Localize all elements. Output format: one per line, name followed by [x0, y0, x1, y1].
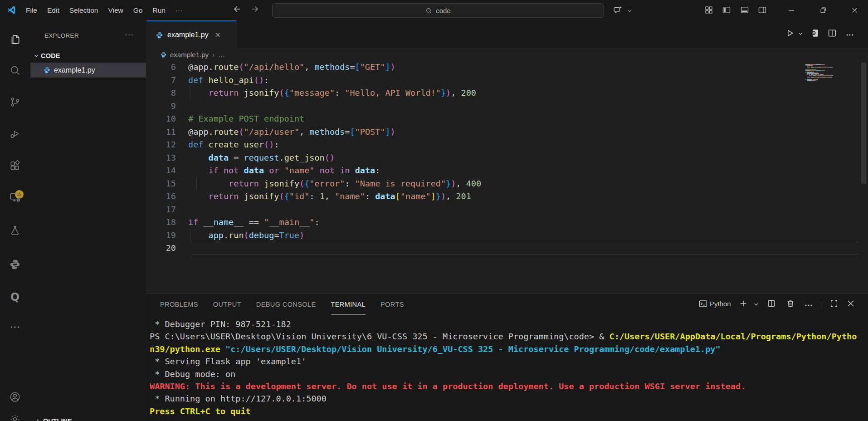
- menu-edit[interactable]: Edit: [42, 5, 64, 16]
- breadcrumb-symbol-ellipsis[interactable]: …: [218, 51, 225, 59]
- close-panel-icon[interactable]: [846, 299, 855, 308]
- code-text: if __name__ == "__main__":: [188, 216, 320, 229]
- code-line-9[interactable]: 9: [146, 100, 868, 113]
- code-line-11[interactable]: 11@app.route("/api/user", methods=["POST…: [146, 126, 868, 139]
- panel-tab-output[interactable]: OUTPUT: [213, 294, 241, 315]
- search-query: code: [436, 7, 451, 15]
- maximize-panel-icon[interactable]: [829, 299, 839, 308]
- explorer-icon[interactable]: [9, 34, 21, 45]
- menu-file[interactable]: File: [21, 5, 42, 16]
- code-line-16[interactable]: 16 return jsonify({"id": 1, "name": data…: [146, 190, 868, 203]
- new-terminal-icon[interactable]: [739, 299, 748, 308]
- explorer-sidebar: EXPLORER ··· CODE example1.py OUTLINE: [30, 20, 146, 421]
- code-line-12[interactable]: 12def create_user():: [146, 138, 868, 152]
- split-editor-icon[interactable]: [827, 28, 837, 38]
- menu-run[interactable]: Run: [147, 5, 170, 16]
- menu-view[interactable]: View: [103, 5, 128, 16]
- code-line-14[interactable]: 14 if not data or "name" not in data:: [146, 164, 868, 177]
- run-file-icon[interactable]: [785, 28, 795, 38]
- python-extension-icon[interactable]: [9, 259, 21, 270]
- chevron-down-icon[interactable]: [627, 8, 633, 14]
- code-line-8[interactable]: 8 return jsonify({"message": "Hello, API…: [146, 87, 868, 100]
- testing-icon[interactable]: [9, 225, 21, 236]
- line-number: 20: [146, 242, 188, 255]
- outline-section[interactable]: OUTLINE: [30, 414, 146, 421]
- tab-label: example1.py: [167, 31, 209, 39]
- extensions-icon[interactable]: [9, 160, 21, 171]
- account-icon[interactable]: [9, 391, 21, 403]
- minimize-button[interactable]: [781, 0, 802, 20]
- terminal-shell-label[interactable]: Python: [710, 300, 731, 308]
- file-item-example1-py[interactable]: example1.py: [30, 63, 146, 78]
- chevron-down-icon: [33, 53, 39, 59]
- vertical-scrollbar[interactable]: [861, 63, 866, 184]
- code-line-15[interactable]: 15 return jsonify({"error": "Name is req…: [146, 177, 868, 191]
- customize-layout-icon[interactable]: [704, 5, 713, 15]
- explorer-more-actions-icon[interactable]: ···: [125, 30, 134, 39]
- restore-button[interactable]: [813, 0, 834, 20]
- code-line-20[interactable]: 20: [146, 242, 868, 255]
- code-text: def create_user():: [188, 138, 279, 152]
- terminal-line-3: n39/python.exe "c:/Users/USER/Desktop/Vi…: [146, 343, 868, 355]
- line-number: 7: [146, 74, 188, 87]
- file-name: example1.py: [54, 66, 95, 74]
- code-line-6[interactable]: 6@app.route("/api/hello", methods=["GET"…: [146, 61, 868, 74]
- breadcrumb[interactable]: example1.py › …: [146, 48, 868, 61]
- minimap-line: [805, 82, 860, 83]
- code-text: data = request.get_json(): [188, 152, 335, 165]
- toggle-secondary-sidebar-icon[interactable]: [758, 5, 767, 15]
- code-line-17[interactable]: 17: [146, 203, 868, 216]
- title-bar: FileEditSelectionViewGoRun··· code: [0, 0, 868, 21]
- breadcrumb-separator: ›: [212, 51, 215, 59]
- terminal-line-4: * Serving Flask app 'example1': [146, 355, 868, 367]
- current-line-highlight: [191, 242, 858, 255]
- search-icon: [425, 7, 432, 14]
- code-line-13[interactable]: 13 data = request.get_json(): [146, 152, 868, 165]
- more-views-icon[interactable]: [9, 321, 21, 333]
- code-text: # Example POST endpoint: [188, 113, 304, 126]
- code-editor[interactable]: 6@app.route("/api/hello", methods=["GET"…: [146, 61, 868, 255]
- close-window-button[interactable]: [844, 0, 865, 20]
- line-number: 14: [146, 164, 188, 177]
- source-control-icon[interactable]: [9, 96, 21, 108]
- file-gear-icon[interactable]: [810, 28, 820, 38]
- command-center-search[interactable]: code: [272, 3, 604, 18]
- minimap[interactable]: [805, 64, 860, 83]
- code-line-19[interactable]: 19 app.run(debug=True): [146, 229, 868, 242]
- settings-gear-icon[interactable]: [9, 413, 21, 421]
- menu-[interactable]: ···: [171, 5, 188, 16]
- remote-explorer-icon[interactable]: [9, 191, 21, 203]
- panel-tab-terminal[interactable]: TERMINAL: [331, 294, 366, 315]
- tab-example1-py[interactable]: example1.py: [146, 20, 237, 49]
- code-line-10[interactable]: 10# Example POST endpoint: [146, 113, 868, 126]
- search-sidebar-icon[interactable]: [9, 64, 21, 76]
- q-assistant-icon[interactable]: Q: [9, 291, 21, 303]
- menu-go[interactable]: Go: [128, 5, 148, 16]
- editor-more-actions-icon[interactable]: [845, 30, 854, 39]
- terminal-dropdown-chevron-icon[interactable]: [753, 301, 759, 307]
- panel-more-actions-icon[interactable]: [804, 301, 813, 310]
- breadcrumb-file[interactable]: example1.py: [170, 51, 209, 59]
- run-dropdown-chevron-icon[interactable]: [798, 31, 803, 36]
- code-line-7[interactable]: 7def hello_api():: [146, 74, 868, 87]
- panel-tab-problems[interactable]: PROBLEMS: [160, 294, 198, 315]
- code-text: @app.route("/api/hello", methods=["GET"]…: [188, 61, 395, 74]
- panel-tab-debug-console[interactable]: DEBUG CONSOLE: [256, 294, 316, 315]
- chevron-right-icon: [34, 418, 41, 421]
- code-line-18[interactable]: 18if __name__ == "__main__":: [146, 216, 868, 229]
- menu-selection[interactable]: Selection: [64, 5, 103, 16]
- split-terminal-icon[interactable]: [767, 299, 776, 308]
- nav-forward-icon[interactable]: [251, 5, 260, 14]
- terminal-output[interactable]: * Debugger PIN: 987-521-182PS C:\Users\U…: [146, 315, 868, 421]
- kill-terminal-trash-icon[interactable]: [786, 299, 795, 308]
- tab-close-icon[interactable]: [215, 32, 221, 38]
- code-text: return jsonify({"id": 1, "name": data["n…: [188, 190, 471, 203]
- run-and-debug-icon[interactable]: [9, 128, 21, 140]
- toggle-panel-icon[interactable]: [740, 5, 749, 15]
- line-number: 17: [146, 203, 188, 216]
- toggle-primary-sidebar-icon[interactable]: [722, 5, 731, 15]
- nav-back-icon[interactable]: [232, 5, 241, 14]
- folder-section-code[interactable]: CODE: [30, 49, 146, 63]
- panel-tab-ports[interactable]: PORTS: [380, 294, 404, 315]
- copilot-chat-icon[interactable]: [613, 5, 623, 15]
